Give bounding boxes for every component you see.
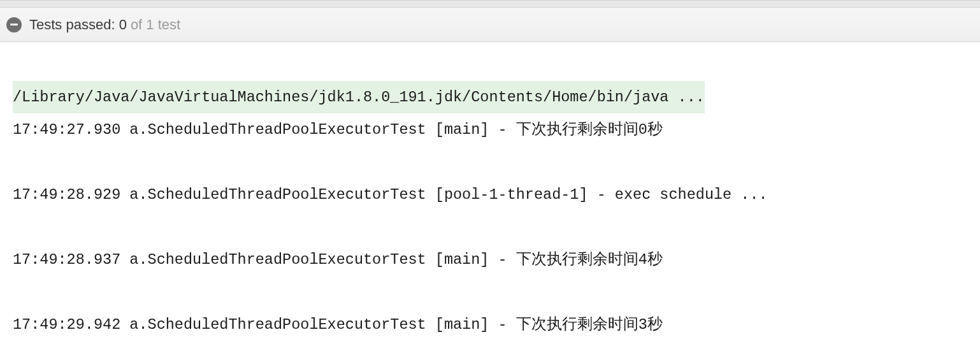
test-status-bar: Tests passed: 0 of 1 test	[0, 8, 980, 42]
console-output[interactable]: /Library/Java/JavaVirtualMachines/jdk1.8…	[0, 42, 980, 353]
log-line: 17:49:27.930 a.ScheduledThreadPoolExecut…	[13, 113, 967, 146]
log-line: 17:49:28.937 a.ScheduledThreadPoolExecut…	[13, 243, 967, 276]
status-text: Tests passed: 0	[29, 17, 127, 33]
status-suffix: of 1 test	[131, 17, 180, 33]
status-fail-icon	[6, 17, 22, 32]
log-line: 17:49:28.929 a.ScheduledThreadPoolExecut…	[13, 178, 967, 211]
log-line: 17:49:29.942 a.ScheduledThreadPoolExecut…	[13, 308, 967, 341]
command-line: /Library/Java/JavaVirtualMachines/jdk1.8…	[13, 81, 705, 113]
panel-top-strip	[0, 0, 980, 8]
